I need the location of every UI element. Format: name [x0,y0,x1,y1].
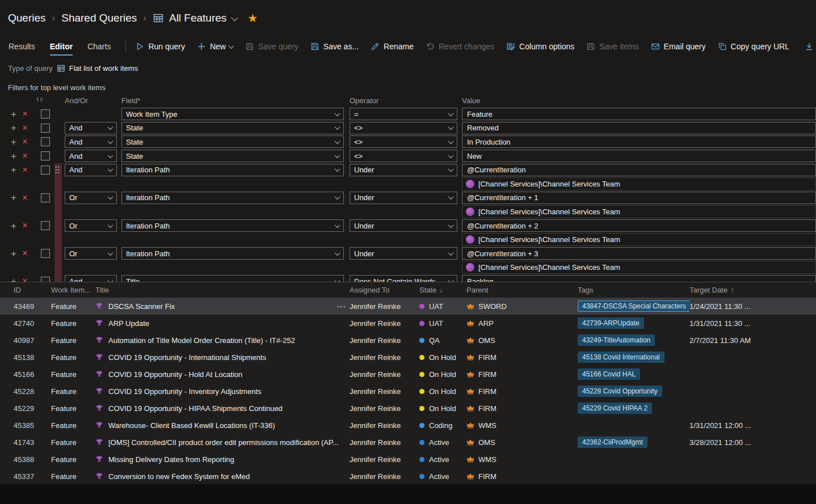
parent-link[interactable]: FIRM [478,387,497,396]
work-item-row[interactable]: 40987 Feature Automation of Title Model … [0,332,816,349]
add-clause-button[interactable]: + [8,137,19,147]
clause-value-input[interactable]: @CurrentIteration + 1 [462,192,816,204]
favorite-star-icon[interactable]: ★ [247,11,258,25]
column-header-assigned-to[interactable]: Assigned To [350,286,419,294]
work-item-row[interactable]: 45388 Feature Missing Delivery Dates fro… [0,451,816,468]
work-item-row[interactable]: 45229 Feature COVID 19 Opportunity - HIP… [0,400,816,417]
parent-link[interactable]: FIRM [478,370,497,379]
operator-select[interactable]: Under [350,192,457,204]
operator-select[interactable]: Under [350,219,457,232]
clause-value-input[interactable]: @CurrentIteration + 3 [462,247,816,260]
drag-handle-icon[interactable] [54,166,60,174]
parent-link[interactable]: FIRM [478,472,497,481]
andor-select[interactable]: And [65,150,117,162]
clause-checkbox[interactable] [41,249,50,258]
clause-value-input[interactable]: @CurrentIteration [462,164,816,176]
operator-select[interactable]: = [350,108,457,120]
clause-checkbox[interactable] [41,151,50,160]
column-header-work-item[interactable]: Work Item... [51,286,95,294]
work-item-title[interactable]: COVID 19 Opportunity - Inventory Adjustm… [108,387,262,396]
tab-editor[interactable]: Editor [50,35,73,58]
clause-checkbox[interactable] [41,277,50,282]
work-item-row[interactable]: 45228 Feature COVID 19 Opportunity - Inv… [0,383,816,400]
add-clause-button[interactable]: + [8,193,19,202]
parent-link[interactable]: FIRM [478,404,497,413]
breadcrumb-query-name[interactable]: All Features [169,12,226,24]
operator-select[interactable]: <> [350,122,457,134]
clause-value-input[interactable]: Backlog [462,275,816,282]
tab-charts[interactable]: Charts [87,35,111,58]
work-item-title[interactable]: Warehouse- Client Based Kewill Locations… [108,421,275,430]
identity-value[interactable]: [Channel Services]\Channel Services Team [462,233,816,246]
clause-checkbox[interactable] [41,137,50,146]
operator-select[interactable]: Does Not Contain Words [350,275,457,282]
clause-checkbox[interactable] [41,166,50,175]
field-select[interactable]: Title [121,275,344,282]
work-item-title[interactable]: COVID 19 Opportunity - International Shi… [108,353,266,362]
remove-clause-button[interactable]: × [19,137,31,146]
parent-link[interactable]: OMS [478,336,495,345]
operator-select[interactable]: Under [350,164,457,176]
work-item-row[interactable]: 45138 Feature COVID 19 Opportunity - Int… [0,349,816,366]
field-select[interactable]: Iteration Path [121,219,344,232]
remove-clause-button[interactable]: × [19,193,31,202]
add-clause-button[interactable]: + [8,221,19,231]
breadcrumb-shared-queries[interactable]: Shared Queries [61,12,137,24]
work-item-title[interactable]: DSCSA Scanner Fix [108,302,175,311]
new-button[interactable]: New [197,42,233,51]
andor-select[interactable]: And [65,164,117,176]
chevron-down-icon[interactable] [232,16,237,21]
more-options-button[interactable]: ··· [337,302,346,311]
work-item-row[interactable]: 43469 Feature DSCSA Scanner Fix ··· Jenn… [0,298,816,315]
field-select[interactable]: Work Item Type [121,108,344,120]
add-clause-button[interactable]: + [8,109,19,119]
copy-query-url-button[interactable]: Copy query URL [718,42,790,51]
add-clause-button[interactable]: + [8,151,19,161]
andor-select[interactable]: And [65,135,117,148]
group-clauses-icon[interactable] [35,96,44,107]
identity-value[interactable]: [Channel Services]\Channel Services Team [462,205,816,218]
field-select[interactable]: Iteration Path [121,192,344,204]
parent-link[interactable]: SWORD [478,302,507,311]
field-select[interactable]: State [121,150,344,162]
operator-select[interactable]: <> [350,135,457,148]
work-item-title[interactable]: [OMS] Controlled/CII product order edit … [108,438,339,447]
work-item-row[interactable]: 45166 Feature COVID 19 Opportunity - Hol… [0,366,816,383]
clause-value-input[interactable]: In Production [462,135,816,148]
clause-checkbox[interactable] [41,124,50,133]
clause-checkbox[interactable] [41,221,50,230]
work-item-title[interactable]: Automation of Title Model Order Creation… [108,336,295,345]
email-query-button[interactable]: Email query [651,42,706,51]
remove-clause-button[interactable]: × [19,151,31,160]
work-item-row[interactable]: 41743 Feature [OMS] Controlled/CII produ… [0,434,816,451]
breadcrumb-queries[interactable]: Queries [8,12,46,24]
download-button[interactable] [805,42,814,51]
work-item-row[interactable]: 42740 Feature ARP Update Jennifer Reinke… [0,315,816,332]
remove-clause-button[interactable]: × [19,249,31,258]
column-header-parent[interactable]: Parent [466,286,578,294]
remove-clause-button[interactable]: × [19,109,31,118]
work-item-title[interactable]: Missing Delivery Dates from Reporting [108,455,234,464]
run-query-button[interactable]: Run query [135,42,185,51]
remove-clause-button[interactable]: × [19,277,31,282]
column-header-state[interactable]: State ↓ [419,286,466,294]
parent-link[interactable]: OMS [478,438,495,447]
clause-value-input[interactable]: @CurrentIteration + 2 [462,219,816,232]
field-select[interactable]: State [121,135,344,148]
field-select[interactable]: Iteration Path [121,164,344,176]
rename-button[interactable]: Rename [371,42,414,51]
andor-select[interactable]: Or [65,219,117,232]
save-as-button[interactable]: Save as... [310,42,359,51]
column-header-id[interactable]: ID [0,286,51,294]
field-select[interactable]: Iteration Path [121,247,344,260]
operator-select[interactable]: <> [350,150,457,162]
work-item-title[interactable]: ARP Update [108,319,149,328]
add-clause-button[interactable]: + [8,123,19,133]
column-options-button[interactable]: Column options [506,42,574,51]
andor-select[interactable]: And [65,122,117,134]
parent-link[interactable]: FIRM [478,353,497,362]
clause-value-input[interactable]: New [462,150,816,162]
work-item-title[interactable]: COVID 19 Opportunity - Hold At Location [108,370,242,379]
tab-results[interactable]: Results [9,35,35,58]
identity-value[interactable]: [Channel Services]\Channel Services Team [462,261,816,274]
